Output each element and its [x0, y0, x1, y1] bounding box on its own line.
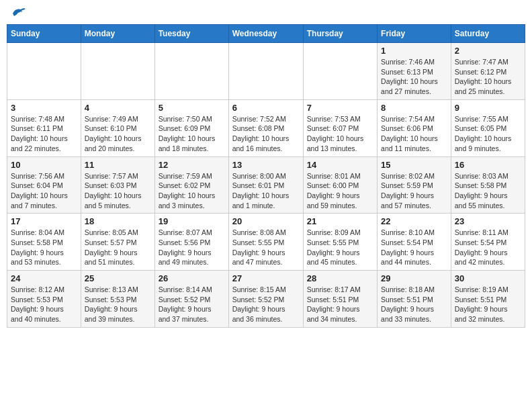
day-number: 30 — [455, 273, 521, 283]
day-number: 17 — [11, 216, 77, 226]
day-info: Sunrise: 7:53 AMSunset: 6:07 PMDaylight:… — [307, 114, 373, 154]
weekday-header-sunday: Sunday — [7, 25, 81, 43]
day-number: 15 — [381, 160, 447, 170]
day-info: Sunrise: 8:17 AMSunset: 5:51 PMDaylight:… — [307, 285, 373, 324]
calendar-header: SundayMondayTuesdayWednesdayThursdayFrid… — [7, 25, 525, 43]
day-number: 29 — [381, 273, 447, 283]
calendar-cell: 7Sunrise: 7:53 AMSunset: 6:07 PMDaylight… — [303, 99, 377, 156]
day-number: 11 — [85, 160, 151, 170]
week-row-5: 24Sunrise: 8:12 AMSunset: 5:53 PMDayligh… — [7, 271, 525, 328]
calendar-cell: 3Sunrise: 7:48 AMSunset: 6:11 PMDaylight… — [7, 99, 81, 156]
week-row-1: 1Sunrise: 7:46 AMSunset: 6:13 PMDaylight… — [7, 43, 525, 100]
calendar-cell — [154, 43, 228, 100]
calendar-cell: 9Sunrise: 7:55 AMSunset: 6:05 PMDaylight… — [451, 99, 525, 156]
weekday-header-friday: Friday — [378, 25, 451, 43]
calendar-cell: 11Sunrise: 7:57 AMSunset: 6:03 PMDayligh… — [81, 156, 154, 214]
day-info: Sunrise: 7:52 AMSunset: 6:08 PMDaylight:… — [232, 114, 300, 154]
weekday-header-monday: Monday — [81, 25, 154, 43]
day-info: Sunrise: 7:48 AMSunset: 6:11 PMDaylight:… — [11, 114, 77, 154]
day-number: 2 — [455, 46, 521, 56]
day-info: Sunrise: 8:01 AMSunset: 6:00 PMDaylight:… — [307, 171, 373, 211]
day-info: Sunrise: 8:04 AMSunset: 5:58 PMDaylight:… — [11, 228, 77, 267]
calendar-cell — [303, 43, 377, 100]
day-number: 6 — [232, 103, 300, 113]
calendar-cell: 23Sunrise: 8:11 AMSunset: 5:54 PMDayligh… — [451, 214, 525, 271]
day-info: Sunrise: 8:05 AMSunset: 5:57 PMDaylight:… — [85, 228, 151, 267]
calendar-cell: 24Sunrise: 8:12 AMSunset: 5:53 PMDayligh… — [7, 271, 81, 328]
day-info: Sunrise: 8:11 AMSunset: 5:54 PMDaylight:… — [455, 228, 521, 267]
calendar-cell: 17Sunrise: 8:04 AMSunset: 5:58 PMDayligh… — [7, 214, 81, 271]
day-info: Sunrise: 8:00 AMSunset: 6:01 PMDaylight:… — [232, 171, 300, 211]
calendar-cell: 29Sunrise: 8:18 AMSunset: 5:51 PMDayligh… — [378, 271, 451, 328]
calendar-cell: 16Sunrise: 8:03 AMSunset: 5:58 PMDayligh… — [451, 156, 525, 214]
calendar-cell: 28Sunrise: 8:17 AMSunset: 5:51 PMDayligh… — [303, 271, 377, 328]
day-number: 13 — [232, 160, 300, 170]
weekday-header-wednesday: Wednesday — [228, 25, 303, 43]
day-number: 25 — [85, 273, 151, 283]
calendar-cell: 4Sunrise: 7:49 AMSunset: 6:10 PMDaylight… — [81, 99, 154, 156]
bird-icon — [11, 7, 26, 19]
calendar-cell: 8Sunrise: 7:54 AMSunset: 6:06 PMDaylight… — [378, 99, 451, 156]
day-number: 8 — [381, 103, 447, 113]
calendar-cell — [228, 43, 303, 100]
calendar-cell: 27Sunrise: 8:15 AMSunset: 5:52 PMDayligh… — [228, 271, 303, 328]
day-info: Sunrise: 7:54 AMSunset: 6:06 PMDaylight:… — [381, 114, 447, 154]
weekday-header-saturday: Saturday — [451, 25, 525, 43]
calendar-cell: 13Sunrise: 8:00 AMSunset: 6:01 PMDayligh… — [228, 156, 303, 214]
calendar-cell: 10Sunrise: 7:56 AMSunset: 6:04 PMDayligh… — [7, 156, 81, 214]
day-number: 23 — [455, 216, 521, 226]
calendar-cell: 14Sunrise: 8:01 AMSunset: 6:00 PMDayligh… — [303, 156, 377, 214]
day-info: Sunrise: 8:07 AMSunset: 5:56 PMDaylight:… — [159, 228, 225, 267]
day-number: 7 — [307, 103, 373, 113]
day-number: 21 — [307, 216, 373, 226]
day-number: 18 — [85, 216, 151, 226]
calendar-cell — [81, 43, 154, 100]
week-row-3: 10Sunrise: 7:56 AMSunset: 6:04 PMDayligh… — [7, 156, 525, 214]
day-number: 24 — [11, 273, 77, 283]
calendar-cell: 15Sunrise: 8:02 AMSunset: 5:59 PMDayligh… — [378, 156, 451, 214]
day-number: 14 — [307, 160, 373, 170]
calendar-cell: 6Sunrise: 7:52 AMSunset: 6:08 PMDaylight… — [228, 99, 303, 156]
day-info: Sunrise: 8:19 AMSunset: 5:51 PMDaylight:… — [455, 285, 521, 324]
calendar-cell: 19Sunrise: 8:07 AMSunset: 5:56 PMDayligh… — [154, 214, 228, 271]
day-info: Sunrise: 8:12 AMSunset: 5:53 PMDaylight:… — [11, 285, 77, 324]
day-info: Sunrise: 8:02 AMSunset: 5:59 PMDaylight:… — [381, 171, 447, 211]
calendar-cell: 25Sunrise: 8:13 AMSunset: 5:53 PMDayligh… — [81, 271, 154, 328]
day-number: 4 — [85, 103, 151, 113]
day-number: 3 — [11, 103, 77, 113]
day-info: Sunrise: 8:10 AMSunset: 5:54 PMDaylight:… — [381, 228, 447, 267]
week-row-2: 3Sunrise: 7:48 AMSunset: 6:11 PMDaylight… — [7, 99, 525, 156]
weekday-header-thursday: Thursday — [303, 25, 377, 43]
day-info: Sunrise: 8:14 AMSunset: 5:52 PMDaylight:… — [159, 285, 225, 324]
day-info: Sunrise: 8:15 AMSunset: 5:52 PMDaylight:… — [232, 285, 300, 324]
day-info: Sunrise: 7:59 AMSunset: 6:02 PMDaylight:… — [159, 171, 225, 211]
day-number: 19 — [159, 216, 225, 226]
day-number: 20 — [232, 216, 300, 226]
calendar-cell: 18Sunrise: 8:05 AMSunset: 5:57 PMDayligh… — [81, 214, 154, 271]
calendar-cell: 1Sunrise: 7:46 AMSunset: 6:13 PMDaylight… — [378, 43, 451, 100]
calendar-table: SundayMondayTuesdayWednesdayThursdayFrid… — [7, 24, 525, 328]
calendar-cell — [7, 43, 81, 100]
calendar-cell: 26Sunrise: 8:14 AMSunset: 5:52 PMDayligh… — [154, 271, 228, 328]
day-info: Sunrise: 7:49 AMSunset: 6:10 PMDaylight:… — [85, 114, 151, 154]
day-number: 5 — [159, 103, 225, 113]
day-number: 16 — [455, 160, 521, 170]
day-number: 27 — [232, 273, 300, 283]
day-info: Sunrise: 8:08 AMSunset: 5:55 PMDaylight:… — [232, 228, 300, 267]
weekday-row: SundayMondayTuesdayWednesdayThursdayFrid… — [7, 25, 525, 43]
day-info: Sunrise: 7:47 AMSunset: 6:12 PMDaylight:… — [455, 57, 521, 97]
day-info: Sunrise: 7:46 AMSunset: 6:13 PMDaylight:… — [381, 57, 447, 97]
day-number: 1 — [381, 46, 447, 56]
calendar-body: 1Sunrise: 7:46 AMSunset: 6:13 PMDaylight… — [7, 43, 525, 328]
day-info: Sunrise: 8:18 AMSunset: 5:51 PMDaylight:… — [381, 285, 447, 324]
day-info: Sunrise: 7:57 AMSunset: 6:03 PMDaylight:… — [85, 171, 151, 211]
day-number: 26 — [159, 273, 225, 283]
calendar-cell: 2Sunrise: 7:47 AMSunset: 6:12 PMDaylight… — [451, 43, 525, 100]
week-row-4: 17Sunrise: 8:04 AMSunset: 5:58 PMDayligh… — [7, 214, 525, 271]
calendar-cell: 12Sunrise: 7:59 AMSunset: 6:02 PMDayligh… — [154, 156, 228, 214]
day-number: 22 — [381, 216, 447, 226]
weekday-header-tuesday: Tuesday — [154, 25, 228, 43]
calendar-cell: 20Sunrise: 8:08 AMSunset: 5:55 PMDayligh… — [228, 214, 303, 271]
calendar-cell: 21Sunrise: 8:09 AMSunset: 5:55 PMDayligh… — [303, 214, 377, 271]
page-header — [7, 7, 525, 19]
